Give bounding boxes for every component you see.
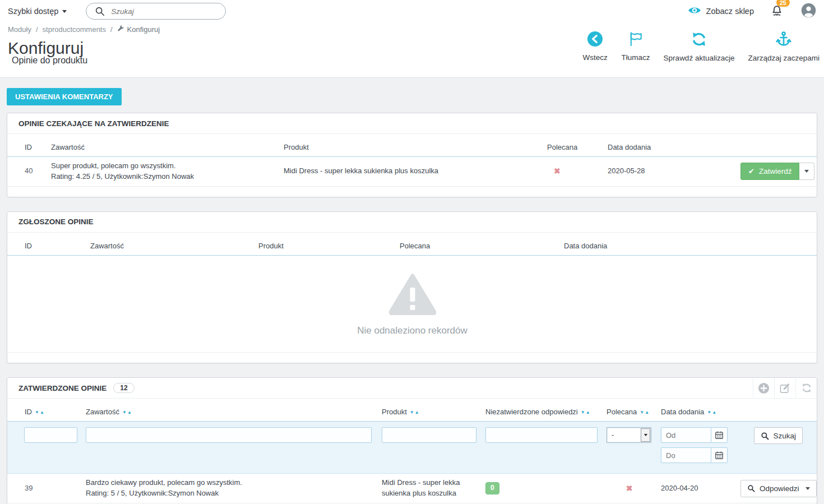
sort-icons[interactable]: ▼▲ — [640, 410, 650, 415]
column-header-replies[interactable]: Niezatwierdzone odpowiedzi▼▲ — [481, 399, 602, 422]
calendar-button[interactable] — [711, 447, 728, 463]
notifications-count-badge: 25 — [776, 0, 790, 7]
plus-circle-icon — [758, 382, 770, 394]
review-rating: Rating: 5 / 5, Użytkownik:Szymon Nowak — [86, 488, 373, 499]
column-header-date: Data dodania — [603, 134, 736, 157]
warning-triangle-icon — [389, 308, 436, 317]
sort-asc-icon[interactable]: ▲ — [415, 410, 420, 415]
breadcrumb-current: Konfiguruj — [117, 25, 160, 34]
column-header-date: Data dodania — [559, 233, 817, 256]
approve-dropdown-toggle[interactable] — [799, 163, 814, 180]
filter-id-input[interactable] — [24, 427, 77, 443]
column-header-product: Produkt — [279, 134, 543, 157]
pending-panel-title: OPINIE CZEKAJĄCE NA ZATWIERDZENIE — [18, 119, 169, 128]
chevron-down-icon — [644, 434, 647, 438]
approve-button[interactable]: ✔Zatwierdź — [740, 163, 799, 180]
sort-asc-icon[interactable]: ▲ — [40, 410, 45, 415]
breadcrumb-separator: / — [36, 25, 38, 34]
sort-desc-icon[interactable]: ▼ — [35, 410, 40, 415]
wrench-icon — [117, 25, 124, 34]
quick-access-dropdown[interactable]: Szybki dostęp — [8, 7, 67, 16]
global-search — [86, 3, 226, 20]
translate-button[interactable]: Tłumacz — [622, 31, 650, 62]
column-header-date[interactable]: Data dodania▼▲ — [656, 399, 736, 422]
view-shop-label: Zobacz sklep — [706, 7, 754, 16]
sort-icons[interactable]: ▼▲ — [581, 410, 591, 415]
breadcrumb-modules[interactable]: Moduły — [8, 25, 31, 34]
sort-asc-icon[interactable]: ▲ — [127, 410, 132, 415]
column-header-recommended[interactable]: Polecana▼▲ — [602, 399, 656, 422]
filter-product-input[interactable] — [382, 427, 476, 443]
sort-desc-icon[interactable]: ▼ — [410, 410, 415, 415]
column-header-id[interactable]: ID▼▲ — [7, 399, 81, 422]
page-toolbar: Wstecz Tłumacz Sprawdź aktualizacje Zarz… — [582, 31, 820, 62]
table-row: 39 Bardzo ciekawy produkt, polecam go ws… — [7, 474, 817, 503]
column-header-content: Zawartość — [86, 233, 254, 256]
review-text: Bardzo ciekawy produkt, polecam go wszys… — [86, 478, 373, 488]
approved-panel-header: ZATWIERDZONE OPINIE 12 — [7, 378, 817, 399]
search-input[interactable] — [86, 3, 226, 20]
select-value: - — [607, 428, 640, 442]
breadcrumb-current-label: Konfiguruj — [127, 25, 160, 34]
check-updates-button[interactable]: Sprawdź aktualizacje — [664, 31, 735, 62]
reported-reviews-table: ID Zawartość Produkt Polecana Data dodan… — [7, 233, 817, 363]
column-label: Niezatwierdzone odpowiedzi — [485, 408, 578, 416]
calendar-button[interactable] — [711, 427, 728, 443]
refresh-button[interactable] — [795, 378, 817, 398]
back-button[interactable]: Wstecz — [582, 31, 608, 62]
edit-button[interactable] — [774, 378, 795, 398]
avatar[interactable] — [801, 3, 816, 20]
column-label: ID — [25, 408, 32, 416]
sort-icons[interactable]: ▼▲ — [122, 410, 132, 415]
sort-asc-icon[interactable]: ▲ — [712, 410, 717, 415]
filter-search-button[interactable]: Szukaj — [754, 427, 803, 444]
pencil-square-icon — [779, 382, 791, 394]
replies-button[interactable]: Odpowiedzi — [740, 480, 817, 497]
pending-reviews-panel: OPINIE CZEKAJĄCE NA ZATWIERDZENIE ID Zaw… — [7, 113, 817, 197]
check-updates-label: Sprawdź aktualizacje — [664, 54, 735, 62]
column-header-product[interactable]: Produkt▼▲ — [377, 399, 481, 422]
date-from-group — [661, 427, 732, 443]
comment-settings-button[interactable]: USTAWIENIA KOMENTARZY — [7, 88, 122, 105]
sort-desc-icon[interactable]: ▼ — [707, 410, 712, 415]
topbar: Szybki dostęp Zobacz sklep 25 — [0, 0, 824, 22]
search-icon — [747, 484, 755, 492]
manage-hooks-button[interactable]: Zarządzaj zaczepami — [748, 31, 820, 62]
date-to-group — [661, 447, 732, 463]
translate-label: Tłumacz — [622, 53, 650, 62]
panel-tools — [753, 378, 817, 398]
notifications-button[interactable]: 25 — [771, 4, 783, 19]
breadcrumb-module-name[interactable]: stproductcomments — [43, 25, 106, 34]
sort-asc-icon[interactable]: ▲ — [645, 410, 650, 415]
sort-icons[interactable]: ▼▲ — [410, 410, 420, 415]
review-content: Bardzo ciekawy produkt, polecam go wszys… — [81, 474, 377, 503]
view-shop-link[interactable]: Zobacz sklep — [688, 6, 754, 17]
sync-icon — [691, 31, 707, 50]
replies-label: Odpowiedzi — [760, 484, 799, 493]
back-circle-icon — [587, 31, 603, 49]
column-header-product: Produkt — [254, 233, 395, 256]
sort-asc-icon[interactable]: ▲ — [586, 410, 591, 415]
add-button[interactable] — [753, 378, 774, 398]
filter-row: - — [7, 422, 817, 474]
quick-access-label: Szybki dostęp — [8, 7, 58, 16]
select-arrow-button[interactable] — [641, 428, 650, 442]
sort-icons[interactable]: ▼▲ — [35, 410, 45, 415]
column-header-id: ID — [7, 134, 47, 157]
approved-reviews-table: ID▼▲ Zawartość▼▲ Produkt▼▲ Niezatwierdzo… — [7, 399, 817, 504]
sort-desc-icon[interactable]: ▼ — [122, 410, 127, 415]
column-header-actions — [736, 134, 817, 157]
chevron-down-icon — [804, 170, 809, 175]
column-header-id: ID — [7, 233, 86, 256]
column-label: Data dodania — [661, 408, 704, 416]
filter-content-input[interactable] — [86, 427, 372, 443]
filter-recommended-select[interactable]: - — [607, 427, 651, 443]
sort-desc-icon[interactable]: ▼ — [640, 410, 645, 415]
date-from-input[interactable] — [661, 427, 711, 443]
filter-replies-input[interactable] — [485, 427, 598, 443]
sort-desc-icon[interactable]: ▼ — [581, 410, 586, 415]
date-to-input[interactable] — [661, 447, 711, 463]
actions-cell: ✔Zatwierdź — [736, 157, 817, 187]
column-header-content[interactable]: Zawartość▼▲ — [81, 399, 377, 422]
sort-icons[interactable]: ▼▲ — [707, 410, 717, 415]
